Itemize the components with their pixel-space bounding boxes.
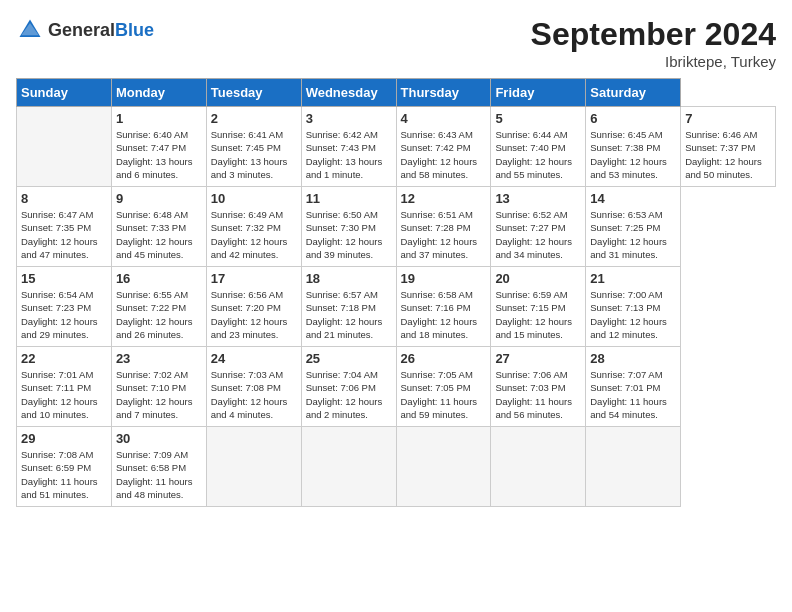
- day-number: 9: [116, 191, 202, 206]
- calendar-cell: 20Sunrise: 6:59 AM Sunset: 7:15 PM Dayli…: [491, 267, 586, 347]
- calendar-cell: 25Sunrise: 7:04 AM Sunset: 7:06 PM Dayli…: [301, 347, 396, 427]
- week-row-5: 29Sunrise: 7:08 AM Sunset: 6:59 PM Dayli…: [17, 427, 776, 507]
- cell-details: Sunrise: 6:44 AM Sunset: 7:40 PM Dayligh…: [495, 128, 581, 181]
- calendar-cell: 7Sunrise: 6:46 AM Sunset: 7:37 PM Daylig…: [681, 107, 776, 187]
- day-number: 12: [401, 191, 487, 206]
- cell-details: Sunrise: 7:08 AM Sunset: 6:59 PM Dayligh…: [21, 448, 107, 501]
- calendar-cell: 17Sunrise: 6:56 AM Sunset: 7:20 PM Dayli…: [206, 267, 301, 347]
- cell-details: Sunrise: 7:06 AM Sunset: 7:03 PM Dayligh…: [495, 368, 581, 421]
- cell-details: Sunrise: 6:40 AM Sunset: 7:47 PM Dayligh…: [116, 128, 202, 181]
- day-number: 4: [401, 111, 487, 126]
- cell-details: Sunrise: 6:53 AM Sunset: 7:25 PM Dayligh…: [590, 208, 676, 261]
- week-row-1: 1Sunrise: 6:40 AM Sunset: 7:47 PM Daylig…: [17, 107, 776, 187]
- svg-marker-2: [21, 23, 39, 35]
- calendar-cell: 8Sunrise: 6:47 AM Sunset: 7:35 PM Daylig…: [17, 187, 112, 267]
- calendar-cell: 23Sunrise: 7:02 AM Sunset: 7:10 PM Dayli…: [111, 347, 206, 427]
- day-number: 17: [211, 271, 297, 286]
- cell-details: Sunrise: 7:01 AM Sunset: 7:11 PM Dayligh…: [21, 368, 107, 421]
- weekday-header-monday: Monday: [111, 79, 206, 107]
- cell-details: Sunrise: 6:47 AM Sunset: 7:35 PM Dayligh…: [21, 208, 107, 261]
- calendar-cell: 11Sunrise: 6:50 AM Sunset: 7:30 PM Dayli…: [301, 187, 396, 267]
- day-number: 20: [495, 271, 581, 286]
- calendar-cell: 28Sunrise: 7:07 AM Sunset: 7:01 PM Dayli…: [586, 347, 681, 427]
- week-row-2: 8Sunrise: 6:47 AM Sunset: 7:35 PM Daylig…: [17, 187, 776, 267]
- calendar-cell: 13Sunrise: 6:52 AM Sunset: 7:27 PM Dayli…: [491, 187, 586, 267]
- weekday-header-saturday: Saturday: [586, 79, 681, 107]
- cell-details: Sunrise: 6:48 AM Sunset: 7:33 PM Dayligh…: [116, 208, 202, 261]
- calendar-cell: [396, 427, 491, 507]
- calendar-cell: 9Sunrise: 6:48 AM Sunset: 7:33 PM Daylig…: [111, 187, 206, 267]
- logo: GeneralBlue: [16, 16, 154, 44]
- week-row-3: 15Sunrise: 6:54 AM Sunset: 7:23 PM Dayli…: [17, 267, 776, 347]
- day-number: 19: [401, 271, 487, 286]
- location-title: Ibriktepe, Turkey: [531, 53, 776, 70]
- day-number: 22: [21, 351, 107, 366]
- cell-details: Sunrise: 6:59 AM Sunset: 7:15 PM Dayligh…: [495, 288, 581, 341]
- day-number: 21: [590, 271, 676, 286]
- month-title: September 2024: [531, 16, 776, 53]
- calendar-cell: 15Sunrise: 6:54 AM Sunset: 7:23 PM Dayli…: [17, 267, 112, 347]
- calendar-cell: 21Sunrise: 7:00 AM Sunset: 7:13 PM Dayli…: [586, 267, 681, 347]
- week-row-4: 22Sunrise: 7:01 AM Sunset: 7:11 PM Dayli…: [17, 347, 776, 427]
- day-number: 8: [21, 191, 107, 206]
- calendar-cell: 10Sunrise: 6:49 AM Sunset: 7:32 PM Dayli…: [206, 187, 301, 267]
- cell-details: Sunrise: 6:52 AM Sunset: 7:27 PM Dayligh…: [495, 208, 581, 261]
- cell-details: Sunrise: 6:42 AM Sunset: 7:43 PM Dayligh…: [306, 128, 392, 181]
- cell-details: Sunrise: 6:50 AM Sunset: 7:30 PM Dayligh…: [306, 208, 392, 261]
- calendar-cell: [491, 427, 586, 507]
- day-number: 23: [116, 351, 202, 366]
- weekday-header-wednesday: Wednesday: [301, 79, 396, 107]
- page-header: GeneralBlue September 2024 Ibriktepe, Tu…: [16, 16, 776, 70]
- day-number: 24: [211, 351, 297, 366]
- calendar-cell: [586, 427, 681, 507]
- calendar-cell: 24Sunrise: 7:03 AM Sunset: 7:08 PM Dayli…: [206, 347, 301, 427]
- calendar-cell: 5Sunrise: 6:44 AM Sunset: 7:40 PM Daylig…: [491, 107, 586, 187]
- calendar-cell: 18Sunrise: 6:57 AM Sunset: 7:18 PM Dayli…: [301, 267, 396, 347]
- day-number: 30: [116, 431, 202, 446]
- title-block: September 2024 Ibriktepe, Turkey: [531, 16, 776, 70]
- logo-general-text: General: [48, 20, 115, 40]
- calendar-cell: [301, 427, 396, 507]
- calendar-cell: 22Sunrise: 7:01 AM Sunset: 7:11 PM Dayli…: [17, 347, 112, 427]
- day-number: 25: [306, 351, 392, 366]
- calendar-cell: 14Sunrise: 6:53 AM Sunset: 7:25 PM Dayli…: [586, 187, 681, 267]
- calendar-cell: 26Sunrise: 7:05 AM Sunset: 7:05 PM Dayli…: [396, 347, 491, 427]
- day-number: 29: [21, 431, 107, 446]
- logo-icon: [16, 16, 44, 44]
- day-number: 3: [306, 111, 392, 126]
- day-number: 10: [211, 191, 297, 206]
- day-number: 16: [116, 271, 202, 286]
- day-number: 2: [211, 111, 297, 126]
- day-number: 28: [590, 351, 676, 366]
- calendar-cell: 16Sunrise: 6:55 AM Sunset: 7:22 PM Dayli…: [111, 267, 206, 347]
- day-number: 6: [590, 111, 676, 126]
- cell-details: Sunrise: 6:46 AM Sunset: 7:37 PM Dayligh…: [685, 128, 771, 181]
- cell-details: Sunrise: 7:09 AM Sunset: 6:58 PM Dayligh…: [116, 448, 202, 501]
- cell-details: Sunrise: 6:41 AM Sunset: 7:45 PM Dayligh…: [211, 128, 297, 181]
- cell-details: Sunrise: 7:05 AM Sunset: 7:05 PM Dayligh…: [401, 368, 487, 421]
- day-number: 5: [495, 111, 581, 126]
- calendar-cell: 29Sunrise: 7:08 AM Sunset: 6:59 PM Dayli…: [17, 427, 112, 507]
- calendar-cell: [17, 107, 112, 187]
- calendar-cell: 1Sunrise: 6:40 AM Sunset: 7:47 PM Daylig…: [111, 107, 206, 187]
- weekday-header-thursday: Thursday: [396, 79, 491, 107]
- cell-details: Sunrise: 6:58 AM Sunset: 7:16 PM Dayligh…: [401, 288, 487, 341]
- day-number: 18: [306, 271, 392, 286]
- calendar-cell: 2Sunrise: 6:41 AM Sunset: 7:45 PM Daylig…: [206, 107, 301, 187]
- cell-details: Sunrise: 7:00 AM Sunset: 7:13 PM Dayligh…: [590, 288, 676, 341]
- cell-details: Sunrise: 6:55 AM Sunset: 7:22 PM Dayligh…: [116, 288, 202, 341]
- cell-details: Sunrise: 7:03 AM Sunset: 7:08 PM Dayligh…: [211, 368, 297, 421]
- cell-details: Sunrise: 6:49 AM Sunset: 7:32 PM Dayligh…: [211, 208, 297, 261]
- weekday-header-sunday: Sunday: [17, 79, 112, 107]
- calendar-cell: 27Sunrise: 7:06 AM Sunset: 7:03 PM Dayli…: [491, 347, 586, 427]
- day-number: 1: [116, 111, 202, 126]
- calendar-cell: 12Sunrise: 6:51 AM Sunset: 7:28 PM Dayli…: [396, 187, 491, 267]
- cell-details: Sunrise: 7:02 AM Sunset: 7:10 PM Dayligh…: [116, 368, 202, 421]
- calendar-table: SundayMondayTuesdayWednesdayThursdayFrid…: [16, 78, 776, 507]
- calendar-cell: 4Sunrise: 6:43 AM Sunset: 7:42 PM Daylig…: [396, 107, 491, 187]
- calendar-cell: [206, 427, 301, 507]
- calendar-cell: 6Sunrise: 6:45 AM Sunset: 7:38 PM Daylig…: [586, 107, 681, 187]
- day-number: 11: [306, 191, 392, 206]
- calendar-cell: 3Sunrise: 6:42 AM Sunset: 7:43 PM Daylig…: [301, 107, 396, 187]
- cell-details: Sunrise: 6:43 AM Sunset: 7:42 PM Dayligh…: [401, 128, 487, 181]
